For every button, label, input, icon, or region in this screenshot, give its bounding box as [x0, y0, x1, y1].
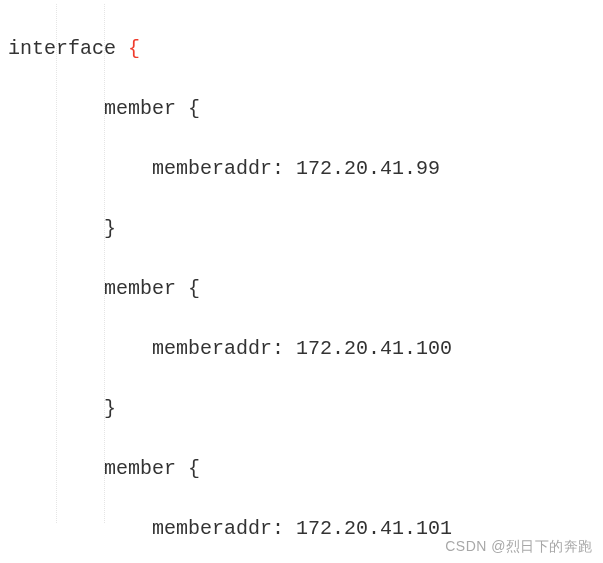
member-line-1: member { — [8, 94, 603, 124]
memberaddr-label: memberaddr: — [152, 157, 284, 180]
member-line-3: member { — [8, 454, 603, 484]
member-open: { — [188, 277, 200, 300]
memberaddr-value: 172.20.41.100 — [296, 337, 452, 360]
interface-open-brace: { — [128, 37, 140, 60]
memberaddr-value: 172.20.41.99 — [296, 157, 440, 180]
member-open: { — [188, 457, 200, 480]
member-keyword: member — [104, 97, 176, 120]
memberaddr-value: 172.20.41.101 — [296, 517, 452, 540]
member-line-2: member { — [8, 274, 603, 304]
member-close-2: } — [8, 394, 603, 424]
member-keyword: member — [104, 277, 176, 300]
memberaddr-label: memberaddr: — [152, 517, 284, 540]
member-close-1: } — [8, 214, 603, 244]
member-close: } — [104, 217, 116, 240]
interface-line: interface { — [8, 34, 603, 64]
member-keyword: member — [104, 457, 176, 480]
member-open: { — [188, 97, 200, 120]
watermark: CSDN @烈日下的奔跑 — [445, 536, 593, 557]
interface-keyword: interface — [8, 37, 116, 60]
memberaddr-line-2: memberaddr: 172.20.41.100 — [8, 334, 603, 364]
memberaddr-label: memberaddr: — [152, 337, 284, 360]
member-close: } — [104, 397, 116, 420]
code-block: interface { member { memberaddr: 172.20.… — [0, 0, 603, 563]
memberaddr-line-1: memberaddr: 172.20.41.99 — [8, 154, 603, 184]
